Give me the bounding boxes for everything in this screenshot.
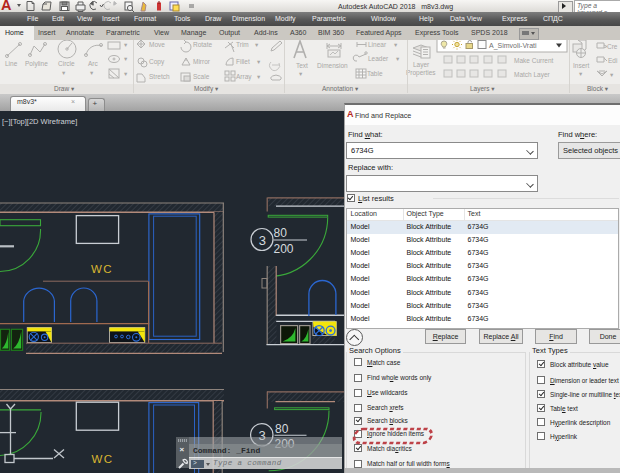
svg-text:WC: WC [92, 453, 114, 465]
svg-text:A_Simvoli-Vrati: A_Simvoli-Vrati [489, 42, 537, 50]
svg-text:200: 200 [274, 242, 294, 256]
svg-text:80: 80 [274, 226, 288, 240]
svg-text:WC: WC [91, 263, 113, 275]
svg-text:80: 80 [275, 422, 289, 436]
svg-text:3: 3 [259, 233, 266, 248]
svg-text:[−][Top][2D Wireframe]: [−][Top][2D Wireframe] [2, 117, 77, 126]
